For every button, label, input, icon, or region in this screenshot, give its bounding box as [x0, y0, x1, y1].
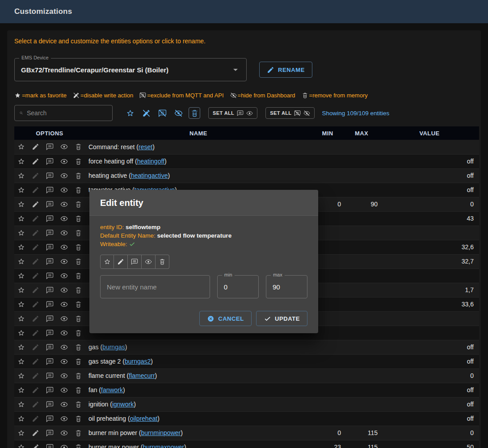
filter-disable-write-button[interactable] [140, 107, 152, 119]
delete-trash-icon[interactable] [75, 386, 82, 394]
filter-favorite-button[interactable] [124, 107, 136, 119]
mqtt-chat-icon[interactable] [46, 444, 54, 448]
update-button[interactable]: UPDATE [256, 311, 307, 326]
edit-pencil-icon[interactable] [32, 158, 39, 165]
filter-exclude-mqtt-button[interactable] [156, 107, 168, 119]
entity-id-link[interactable]: burnminpower [141, 429, 181, 436]
mqtt-chat-icon[interactable] [46, 286, 54, 294]
delete-trash-icon[interactable] [75, 301, 82, 308]
favorite-star-icon[interactable] [17, 243, 25, 251]
delete-trash-icon[interactable] [75, 429, 82, 437]
favorite-star-icon[interactable] [17, 329, 25, 337]
delete-trash-icon[interactable] [75, 172, 82, 180]
favorite-star-icon[interactable] [17, 386, 25, 394]
mqtt-chat-icon[interactable] [46, 343, 54, 351]
delete-trash-icon[interactable] [75, 158, 82, 165]
filter-remove-memory-button[interactable] [189, 107, 200, 119]
delete-trash-icon[interactable] [75, 329, 82, 337]
cancel-button[interactable]: CANCEL [199, 311, 252, 326]
mqtt-chat-icon[interactable] [46, 258, 54, 265]
visibility-eye-icon[interactable] [60, 258, 68, 265]
delete-trash-icon[interactable] [75, 358, 82, 365]
favorite-star-icon[interactable] [17, 315, 25, 322]
mqtt-chat-icon[interactable] [46, 158, 54, 165]
edit-pencil-icon[interactable] [32, 243, 39, 251]
visibility-eye-icon[interactable] [60, 343, 68, 351]
mqtt-chat-icon[interactable] [46, 315, 54, 322]
favorite-star-icon[interactable] [17, 215, 25, 222]
mqtt-chat-icon[interactable] [46, 401, 54, 408]
favorite-star-icon[interactable] [17, 301, 25, 308]
visibility-eye-icon[interactable] [60, 243, 68, 251]
entity-id-link[interactable]: heatingactive [131, 172, 168, 179]
edit-pencil-icon[interactable] [32, 315, 39, 322]
visibility-eye-icon[interactable] [60, 329, 68, 337]
edit-pencil-icon[interactable] [32, 401, 39, 408]
delete-trash-icon[interactable] [75, 444, 82, 448]
delete-trash-icon[interactable] [75, 343, 82, 351]
mqtt-chat-icon[interactable] [46, 358, 54, 365]
toggle-hide-dashboard-button[interactable] [142, 255, 156, 269]
edit-pencil-icon[interactable] [32, 229, 39, 237]
entity-id-link[interactable]: heatingoff [137, 158, 164, 165]
mqtt-chat-icon[interactable] [46, 201, 54, 208]
mqtt-chat-icon[interactable] [46, 215, 54, 222]
visibility-eye-icon[interactable] [60, 415, 68, 423]
edit-pencil-icon[interactable] [32, 358, 39, 365]
favorite-star-icon[interactable] [17, 429, 25, 437]
visibility-eye-icon[interactable] [60, 143, 68, 151]
favorite-star-icon[interactable] [17, 372, 25, 380]
edit-pencil-icon[interactable] [32, 301, 39, 308]
set-all-hide-button[interactable]: SET ALL [265, 107, 315, 119]
edit-pencil-icon[interactable] [32, 429, 39, 437]
visibility-eye-icon[interactable] [60, 186, 68, 194]
delete-trash-icon[interactable] [75, 415, 82, 423]
edit-pencil-icon[interactable] [32, 215, 39, 222]
entity-id-link[interactable]: burngas2 [125, 358, 151, 365]
delete-trash-icon[interactable] [75, 201, 82, 208]
entity-id-link[interactable]: burngas [102, 343, 125, 351]
edit-pencil-icon[interactable] [32, 172, 39, 180]
delete-trash-icon[interactable] [75, 258, 82, 265]
visibility-eye-icon[interactable] [60, 358, 68, 365]
delete-trash-icon[interactable] [75, 186, 82, 194]
mqtt-chat-icon[interactable] [46, 172, 54, 180]
visibility-eye-icon[interactable] [60, 272, 68, 280]
favorite-star-icon[interactable] [17, 272, 25, 280]
delete-trash-icon[interactable] [75, 372, 82, 380]
mqtt-chat-icon[interactable] [46, 272, 54, 280]
mqtt-chat-icon[interactable] [46, 301, 54, 308]
visibility-eye-icon[interactable] [60, 201, 68, 208]
edit-pencil-icon[interactable] [32, 286, 39, 294]
favorite-star-icon[interactable] [17, 229, 25, 237]
toggle-disable-write-button[interactable] [114, 255, 128, 269]
entity-id-link[interactable]: ignwork [112, 401, 134, 408]
edit-pencil-icon[interactable] [32, 386, 39, 394]
entity-id-link[interactable]: reset [139, 143, 152, 151]
visibility-eye-icon[interactable] [60, 286, 68, 294]
mqtt-chat-icon[interactable] [46, 143, 54, 151]
mqtt-chat-icon[interactable] [46, 429, 54, 437]
rename-button[interactable]: RENAME [259, 62, 312, 78]
delete-trash-icon[interactable] [75, 215, 82, 222]
entity-id-link[interactable]: fanwork [101, 386, 123, 394]
visibility-eye-icon[interactable] [60, 401, 68, 408]
mqtt-chat-icon[interactable] [46, 372, 54, 380]
ems-device-select[interactable]: EMS Device GBx72/Trendline/Cerapur/Green… [14, 58, 247, 81]
visibility-eye-icon[interactable] [60, 215, 68, 222]
favorite-star-icon[interactable] [17, 201, 25, 208]
toggle-exclude-mqtt-button[interactable] [128, 255, 142, 269]
mqtt-chat-icon[interactable] [46, 229, 54, 237]
delete-trash-icon[interactable] [75, 401, 82, 408]
delete-trash-icon[interactable] [75, 243, 82, 251]
delete-trash-icon[interactable] [75, 315, 82, 322]
mqtt-chat-icon[interactable] [46, 329, 54, 337]
favorite-star-icon[interactable] [17, 158, 25, 165]
edit-pencil-icon[interactable] [32, 343, 39, 351]
min-input[interactable] [218, 276, 258, 298]
set-all-show-button[interactable]: SET ALL [208, 107, 257, 119]
visibility-eye-icon[interactable] [60, 229, 68, 237]
delete-trash-icon[interactable] [75, 143, 82, 151]
favorite-star-icon[interactable] [17, 286, 25, 294]
delete-trash-icon[interactable] [75, 272, 82, 280]
